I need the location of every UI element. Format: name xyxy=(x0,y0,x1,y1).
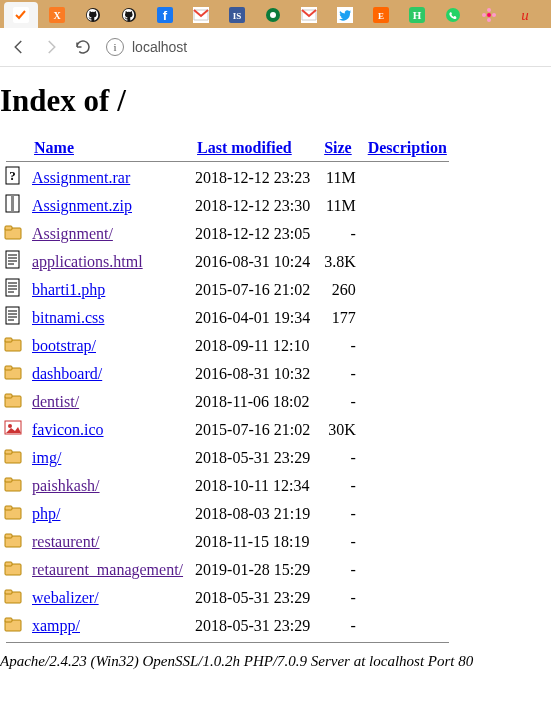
col-modified[interactable]: Last modified xyxy=(197,139,292,156)
file-modified: 2019-01-28 15:29 xyxy=(189,556,316,584)
file-link[interactable]: webalizer/ xyxy=(32,589,99,606)
file-modified: 2018-05-31 23:29 xyxy=(189,584,316,612)
browser-tab[interactable] xyxy=(436,2,470,28)
file-description xyxy=(360,164,455,192)
green-dot-icon xyxy=(265,7,281,23)
table-row: php/2018-08-03 21:19- xyxy=(0,500,455,528)
file-modified: 2018-05-31 23:29 xyxy=(189,444,316,472)
file-size: - xyxy=(316,472,360,500)
browser-tab-strip: XfISEHu xyxy=(0,0,551,28)
table-header-row: Name Last modified Size Description xyxy=(0,137,455,159)
file-description xyxy=(360,360,455,388)
file-link[interactable]: applications.html xyxy=(32,253,143,270)
folder-icon xyxy=(4,362,22,382)
file-link[interactable]: bitnami.css xyxy=(32,309,104,326)
browser-tab[interactable] xyxy=(76,2,110,28)
browser-tab[interactable]: f xyxy=(148,2,182,28)
svg-point-20 xyxy=(487,8,491,12)
browser-tab[interactable] xyxy=(292,2,326,28)
folder-icon xyxy=(4,558,22,578)
file-size: 3.8K xyxy=(316,248,360,276)
folder-icon xyxy=(4,334,22,354)
table-bottom-rule xyxy=(6,642,449,643)
browser-tab[interactable] xyxy=(472,2,506,28)
browser-tab[interactable] xyxy=(184,2,218,28)
file-size: - xyxy=(316,332,360,360)
file-link[interactable]: img/ xyxy=(32,449,61,466)
back-button[interactable] xyxy=(10,38,28,56)
h-green-icon: H xyxy=(409,7,425,23)
file-description xyxy=(360,556,455,584)
svg-point-11 xyxy=(270,12,276,18)
table-top-rule xyxy=(6,161,449,162)
unknown-icon xyxy=(4,166,22,186)
file-description xyxy=(360,192,455,220)
file-link[interactable]: Assignment.rar xyxy=(32,169,130,186)
file-description xyxy=(360,332,455,360)
file-link[interactable]: bharti1.php xyxy=(32,281,105,298)
file-description xyxy=(360,612,455,640)
svg-text:H: H xyxy=(413,9,422,21)
col-name[interactable]: Name xyxy=(34,139,74,156)
file-size: 11M xyxy=(316,192,360,220)
browser-tab[interactable]: IS xyxy=(220,2,254,28)
svg-point-23 xyxy=(492,13,496,17)
browser-tab[interactable] xyxy=(328,2,362,28)
browser-tab[interactable]: u xyxy=(508,2,542,28)
browser-tab[interactable] xyxy=(4,2,38,28)
file-modified: 2018-12-12 23:30 xyxy=(189,192,316,220)
folder-icon xyxy=(4,530,22,550)
file-link[interactable]: dashboard/ xyxy=(32,365,102,382)
col-description[interactable]: Description xyxy=(368,139,447,156)
browser-tab[interactable] xyxy=(256,2,290,28)
file-size: - xyxy=(316,220,360,248)
browser-tab[interactable] xyxy=(112,2,146,28)
file-modified: 2018-11-15 18:19 xyxy=(189,528,316,556)
browser-tab[interactable]: H xyxy=(400,2,434,28)
file-link[interactable]: retaurent_management/ xyxy=(32,561,183,578)
site-info-icon[interactable]: i xyxy=(106,38,124,56)
table-row: Assignment.zip2018-12-12 23:3011M xyxy=(0,192,455,220)
facebook-icon: f xyxy=(157,7,173,23)
file-link[interactable]: Assignment.zip xyxy=(32,197,132,214)
eh-orange-icon: E xyxy=(373,7,389,23)
flower-icon xyxy=(481,7,497,23)
browser-tab[interactable]: X xyxy=(40,2,74,28)
folder-icon xyxy=(4,222,22,242)
table-row: retaurent_management/2019-01-28 15:29- xyxy=(0,556,455,584)
is-blue-icon: IS xyxy=(229,7,245,23)
file-size: - xyxy=(316,528,360,556)
svg-text:u: u xyxy=(521,7,529,23)
gmail-icon xyxy=(193,7,209,23)
file-link[interactable]: favicon.ico xyxy=(32,421,104,438)
table-row: webalizer/2018-05-31 23:29- xyxy=(0,584,455,612)
compressed-icon xyxy=(4,194,22,214)
col-size[interactable]: Size xyxy=(324,139,352,156)
file-link[interactable]: dentist/ xyxy=(32,393,79,410)
file-description xyxy=(360,304,455,332)
browser-tab[interactable]: E xyxy=(364,2,398,28)
address-bar[interactable]: i localhost xyxy=(106,38,187,56)
file-description xyxy=(360,388,455,416)
folder-icon xyxy=(4,614,22,634)
file-size: 30K xyxy=(316,416,360,444)
file-description xyxy=(360,444,455,472)
file-modified: 2016-08-31 10:32 xyxy=(189,360,316,388)
file-link[interactable]: paishkash/ xyxy=(32,477,100,494)
reload-button[interactable] xyxy=(74,38,92,56)
file-description xyxy=(360,500,455,528)
table-row: bharti1.php2015-07-16 21:02260 xyxy=(0,276,455,304)
file-link[interactable]: bootstrap/ xyxy=(32,337,96,354)
file-size: - xyxy=(316,360,360,388)
file-size: - xyxy=(316,584,360,612)
file-link[interactable]: restaurent/ xyxy=(32,533,100,550)
folder-icon xyxy=(4,586,22,606)
file-size: - xyxy=(316,500,360,528)
browser-toolbar: i localhost xyxy=(0,28,551,67)
svg-point-21 xyxy=(487,18,491,22)
file-link[interactable]: xampp/ xyxy=(32,617,80,634)
file-link[interactable]: php/ xyxy=(32,505,60,522)
file-link[interactable]: Assignment/ xyxy=(32,225,113,242)
forward-button[interactable] xyxy=(42,38,60,56)
file-description xyxy=(360,248,455,276)
